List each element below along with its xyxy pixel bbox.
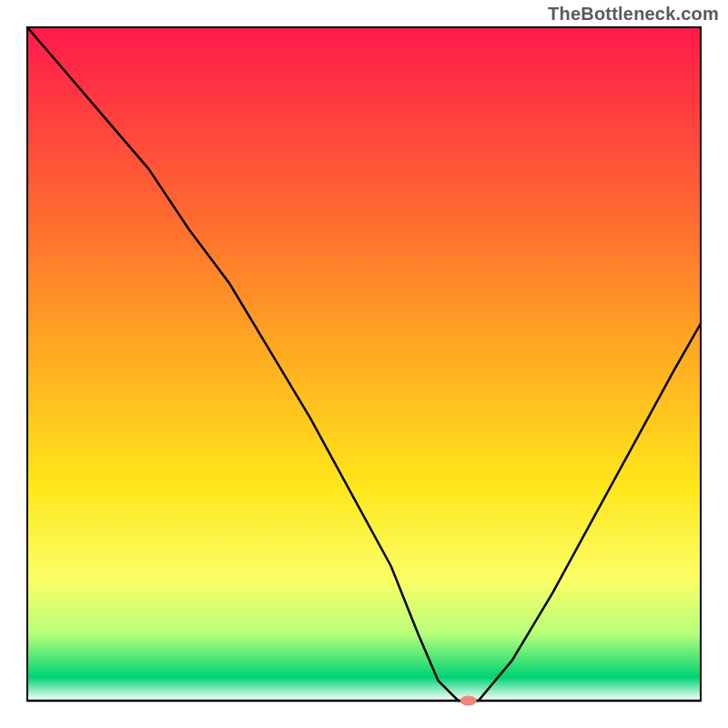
plot-background — [27, 27, 701, 701]
bottleneck-chart: TheBottleneck.com — [0, 0, 728, 728]
optimal-marker — [460, 696, 477, 706]
watermark-text: TheBottleneck.com — [548, 4, 719, 25]
chart-svg — [0, 0, 728, 728]
